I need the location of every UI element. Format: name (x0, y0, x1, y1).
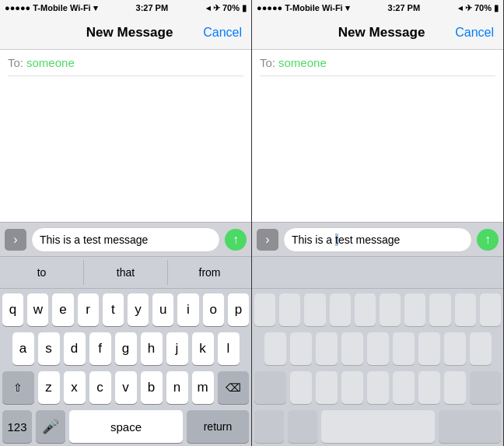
cancel-button-right[interactable]: Cancel (455, 26, 494, 40)
battery-icon: ▮ (242, 3, 247, 13)
location-icon: ◂ (206, 3, 211, 13)
wifi-icon: ▾ (93, 3, 98, 13)
key-row-r2 (254, 332, 501, 365)
key-p[interactable]: p (228, 293, 249, 326)
key-a[interactable]: a (12, 332, 34, 365)
message-area-left: To: someone (0, 50, 251, 222)
key-r-q (254, 293, 275, 326)
to-value-left: someone (26, 56, 75, 69)
wifi-icon-right: ▾ (345, 3, 350, 13)
key-r-g (367, 332, 389, 365)
key-n[interactable]: n (166, 371, 188, 404)
key-r-r (330, 293, 351, 326)
to-label-left: To: (8, 56, 23, 69)
carrier-right: T-Mobile Wi-Fi (285, 3, 342, 12)
key-r-return (439, 410, 501, 443)
key-r-d (316, 332, 338, 365)
battery-icon-right: ▮ (494, 3, 499, 13)
status-right-left: ◂ ✈ 70% ▮ (206, 3, 247, 13)
status-left: ●●●●● T-Mobile Wi-Fi ▾ (5, 3, 98, 13)
keyboard-left: q w e r t y u i o p a s d f g h j k l ⇧ … (0, 289, 251, 446)
key-t[interactable]: t (103, 293, 124, 326)
key-j[interactable]: j (166, 332, 188, 365)
space-key[interactable]: space (69, 410, 183, 443)
cancel-button-left[interactable]: Cancel (203, 26, 242, 40)
key-w[interactable]: w (27, 293, 48, 326)
key-r-t (355, 293, 376, 326)
pred-item-1[interactable]: that (84, 260, 168, 285)
key-y[interactable]: y (128, 293, 149, 326)
key-r-u (404, 293, 425, 326)
message-input-right[interactable]: This is a test message (283, 227, 472, 252)
key-d[interactable]: d (64, 332, 86, 365)
battery-left: 70% (222, 3, 240, 12)
num-key[interactable]: 123 (2, 410, 32, 443)
key-r-mic (288, 410, 317, 443)
key-z[interactable]: z (38, 371, 60, 404)
return-key[interactable]: return (187, 410, 249, 443)
key-r-space (321, 410, 435, 443)
key-r-a (264, 332, 286, 365)
key-k[interactable]: k (192, 332, 214, 365)
key-r-c (341, 371, 363, 404)
predictive-bar-right (252, 256, 503, 289)
airplane-icon: ✈ (213, 3, 220, 13)
key-g[interactable]: g (115, 332, 137, 365)
delete-key[interactable]: ⌫ (218, 371, 250, 404)
key-c[interactable]: c (89, 371, 111, 404)
key-r-j (418, 332, 440, 365)
expand-button-right[interactable]: › (257, 229, 278, 251)
key-o[interactable]: o (203, 293, 224, 326)
signal-dots-right: ●●●●● (257, 3, 282, 12)
key-r-shift (254, 371, 286, 404)
status-left-right: ●●●●● T-Mobile Wi-Fi ▾ (257, 3, 350, 13)
key-m[interactable]: m (192, 371, 214, 404)
key-u[interactable]: u (152, 293, 173, 326)
to-field-left: To: someone (8, 56, 243, 76)
key-r-n (418, 371, 440, 404)
key-r-k (444, 332, 466, 365)
time-right: 3:27 PM (388, 3, 421, 12)
left-panel: ●●●●● T-Mobile Wi-Fi ▾ 3:27 PM ◂ ✈ 70% ▮… (0, 0, 252, 446)
expand-button-left[interactable]: › (5, 229, 26, 251)
location-icon-right: ◂ (458, 3, 463, 13)
key-f[interactable]: f (89, 332, 111, 365)
key-l[interactable]: l (218, 332, 240, 365)
pred-item-0[interactable]: to (0, 260, 84, 285)
key-b[interactable]: b (141, 371, 163, 404)
message-text-right-before: This is a test message (292, 234, 464, 246)
right-panel: ●●●●● T-Mobile Wi-Fi ▾ 3:27 PM ◂ ✈ 70% ▮… (252, 0, 504, 446)
keyboard-right (252, 289, 503, 446)
message-input-left[interactable]: This is a test message (31, 227, 220, 252)
key-s[interactable]: s (38, 332, 60, 365)
key-i[interactable]: i (177, 293, 198, 326)
battery-right: 70% (474, 3, 492, 12)
key-q[interactable]: q (2, 293, 23, 326)
key-row-bottom: 123 🎤 space return (2, 410, 249, 443)
key-row-3: ⇧ z x c v b n m ⌫ (2, 371, 249, 404)
mic-key[interactable]: 🎤 (36, 410, 65, 443)
nav-bar-left: New Message Cancel (0, 16, 251, 50)
carrier-left: T-Mobile Wi-Fi (33, 3, 90, 12)
key-x[interactable]: x (64, 371, 86, 404)
send-button-left[interactable]: ↑ (225, 229, 247, 251)
time-left: 3:27 PM (136, 3, 169, 12)
key-v[interactable]: v (115, 371, 137, 404)
key-row-r3 (254, 371, 501, 404)
send-button-right[interactable]: ↑ (477, 229, 499, 251)
key-r-e (304, 293, 325, 326)
key-r-l (470, 332, 492, 365)
input-bar-left: › This is a test message ↑ (0, 222, 251, 256)
input-bar-right: › This is a test message ↑ (252, 222, 503, 256)
key-r-s (290, 332, 312, 365)
to-value-right: someone (278, 56, 327, 69)
pred-item-2[interactable]: from (168, 260, 251, 285)
shift-key[interactable]: ⇧ (2, 371, 34, 404)
key-e[interactable]: e (52, 293, 73, 326)
airplane-icon-right: ✈ (465, 3, 472, 13)
key-h[interactable]: h (141, 332, 163, 365)
key-row-1: q w e r t y u i o p (2, 293, 249, 326)
key-r[interactable]: r (78, 293, 99, 326)
status-bar-left: ●●●●● T-Mobile Wi-Fi ▾ 3:27 PM ◂ ✈ 70% ▮ (0, 0, 251, 16)
key-r-m (444, 371, 466, 404)
